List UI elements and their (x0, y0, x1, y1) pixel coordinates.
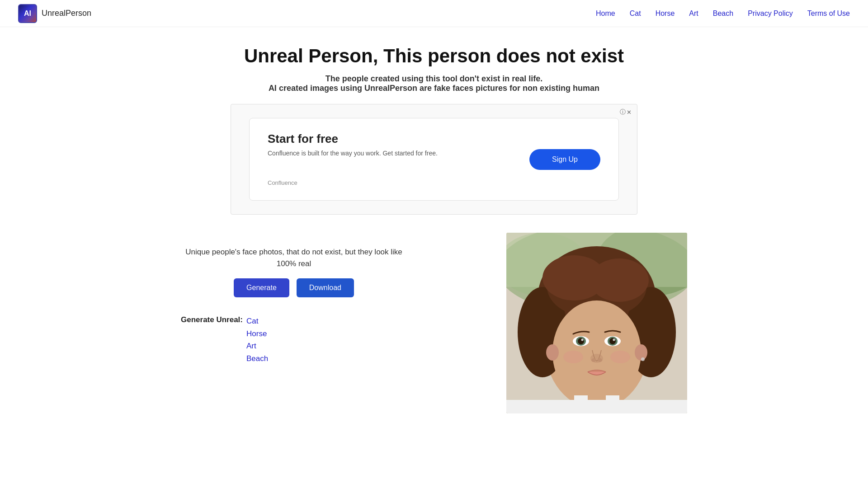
nav-home[interactable]: Home (596, 9, 615, 18)
ad-signup-button[interactable]: Sign Up (529, 149, 600, 170)
svg-rect-32 (506, 400, 687, 413)
ad-info-icon: ⓘ (620, 108, 626, 116)
brand-logo-icon: AI (18, 4, 37, 23)
brand-name: UnrealPerson (42, 9, 91, 18)
face-image (506, 233, 687, 413)
svg-point-25 (598, 358, 602, 362)
right-panel (506, 233, 687, 413)
nav-beach[interactable]: Beach (713, 9, 733, 18)
generate-unreal-label: Generate Unreal: (181, 315, 243, 324)
generate-unreal-block: Generate Unreal: Cat Horse Art Beach (181, 315, 407, 364)
main-description: Unique people's face photos, that do not… (181, 246, 407, 269)
svg-rect-33 (574, 395, 588, 413)
nav-art[interactable]: Art (689, 9, 698, 18)
svg-point-22 (613, 339, 615, 341)
svg-point-13 (590, 258, 649, 302)
nav-horse[interactable]: Horse (656, 9, 675, 18)
generate-link-horse[interactable]: Horse (246, 328, 268, 340)
svg-point-26 (563, 351, 583, 363)
lower-section: Unique people's face photos, that do not… (163, 233, 705, 413)
ad-description: Confluence is built for the way you work… (268, 150, 438, 157)
svg-point-29 (546, 344, 559, 361)
action-buttons: Generate Download (181, 278, 407, 297)
nav-cat[interactable]: Cat (630, 9, 641, 18)
main-content: Unreal Person, This person does not exis… (0, 27, 868, 413)
svg-point-21 (609, 338, 616, 344)
page-subtitle-2: AI created images using UnrealPerson are… (269, 84, 599, 93)
generate-link-cat[interactable]: Cat (246, 315, 268, 327)
nav-links: Home Cat Horse Art Beach Privacy Policy … (596, 9, 850, 18)
svg-point-24 (591, 358, 596, 362)
ad-close-button[interactable]: ⓘ ✕ (620, 108, 632, 116)
download-button[interactable]: Download (297, 278, 354, 297)
svg-point-31 (641, 357, 645, 361)
svg-point-17 (578, 338, 584, 344)
svg-point-27 (610, 351, 630, 363)
svg-rect-34 (606, 395, 619, 413)
navbar: AI UnrealPerson Home Cat Horse Art Beach… (0, 0, 868, 27)
face-svg (506, 233, 687, 413)
ad-banner: ⓘ ✕ Start for free Confluence is built f… (231, 104, 637, 215)
ad-text-block: Start for free Confluence is built for t… (268, 132, 438, 187)
ad-brand-label: Confluence (268, 179, 297, 186)
brand-link[interactable]: AI UnrealPerson (18, 4, 91, 23)
generate-link-beach[interactable]: Beach (246, 353, 268, 365)
svg-point-30 (635, 344, 647, 361)
generate-link-art[interactable]: Art (246, 340, 268, 352)
generate-button[interactable]: Generate (234, 278, 289, 297)
generate-unreal-links: Cat Horse Art Beach (246, 315, 268, 364)
svg-point-18 (581, 339, 584, 341)
ad-close-icon[interactable]: ✕ (627, 109, 632, 116)
ad-title: Start for free (268, 132, 438, 146)
nav-terms-of-use[interactable]: Terms of Use (807, 9, 850, 18)
left-panel: Unique people's face photos, that do not… (181, 233, 407, 364)
nav-privacy-policy[interactable]: Privacy Policy (748, 9, 793, 18)
ad-inner: Start for free Confluence is built for t… (249, 118, 619, 201)
page-subtitle-1: The people created using this tool don't… (326, 74, 542, 84)
page-title: Unreal Person, This person does not exis… (244, 45, 624, 67)
